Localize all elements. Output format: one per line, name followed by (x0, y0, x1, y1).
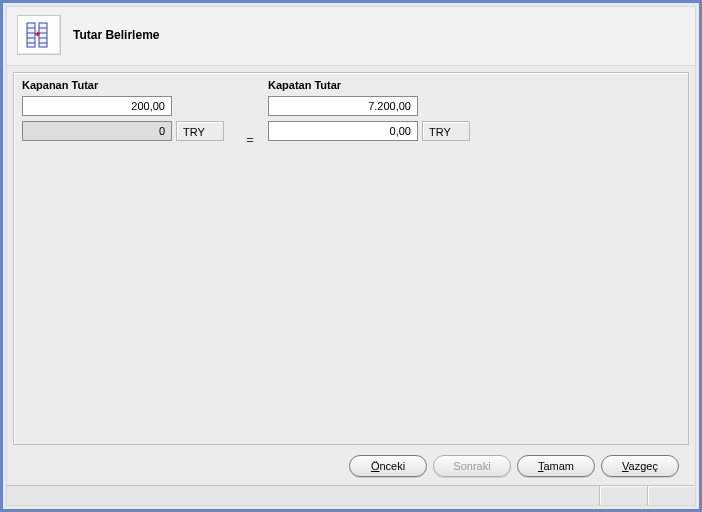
next-button: Sonraki (433, 455, 511, 477)
cancel-button[interactable]: Vazgeç (601, 455, 679, 477)
header: Tutar Belirleme (7, 7, 695, 66)
prev-button[interactable]: Önceki (349, 455, 427, 477)
window-inner: Tutar Belirleme Kapanan Tutar TRY (6, 6, 696, 506)
kapatan-currency: TRY (422, 121, 470, 141)
kapanan-amount-2[interactable] (22, 121, 172, 141)
kapanan-currency: TRY (176, 121, 224, 141)
kapatan-amount-1[interactable] (268, 96, 418, 116)
status-bar (7, 485, 695, 505)
kapanan-amount-1[interactable] (22, 96, 172, 116)
kapatan-label: Kapatan Tutar (268, 79, 478, 91)
spacer (176, 96, 224, 116)
window-frame: Tutar Belirleme Kapanan Tutar TRY (0, 0, 702, 512)
content-wrap: Kapanan Tutar TRY = Kapatan Tutar (13, 72, 689, 485)
content-panel: Kapanan Tutar TRY = Kapatan Tutar (13, 72, 689, 445)
kapatan-amount-2[interactable] (268, 121, 418, 141)
status-cell-1 (599, 486, 647, 505)
cancel-rest: azgeç (629, 460, 658, 472)
page-title: Tutar Belirleme (73, 28, 159, 42)
button-row: Önceki Sonraki Tamam Vazgeç (13, 445, 689, 485)
ok-button[interactable]: Tamam (517, 455, 595, 477)
kapanan-label: Kapanan Tutar (22, 79, 232, 91)
spacer (422, 96, 470, 116)
header-icon-box (17, 15, 61, 55)
equals-sign: = (232, 79, 268, 153)
group-kapanan: Kapanan Tutar TRY (22, 79, 232, 145)
group-kapatan: Kapatan Tutar TRY (268, 79, 478, 145)
status-cell-2 (647, 486, 695, 505)
columns-icon (24, 20, 54, 50)
prev-rest: nceki (379, 460, 405, 472)
ok-rest: amam (543, 460, 574, 472)
